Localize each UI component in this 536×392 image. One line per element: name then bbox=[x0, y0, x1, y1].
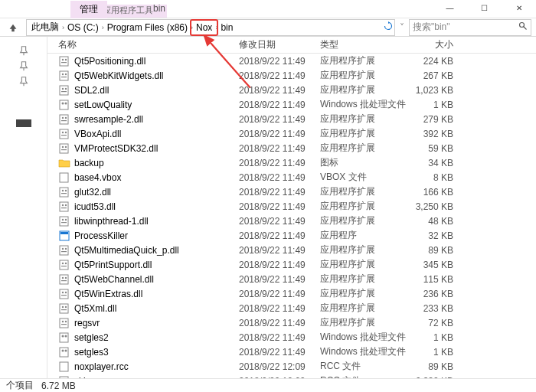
file-row[interactable]: Qt5MultimediaQuick_p.dll2018/9/22 11:49应… bbox=[47, 243, 536, 257]
pin-icon[interactable] bbox=[0, 58, 47, 74]
svg-point-54 bbox=[65, 276, 67, 278]
file-size: 1,023 KB bbox=[406, 85, 467, 96]
breadcrumb-segment[interactable]: Nox bbox=[194, 22, 214, 33]
file-size: 267 KB bbox=[406, 70, 467, 81]
file-row[interactable]: Qt5WinExtras.dll2018/9/22 11:49应用程序扩展236… bbox=[47, 286, 536, 301]
refresh-icon[interactable] bbox=[384, 21, 393, 33]
file-list[interactable]: 名称 修改日期 类型 大小 Qt5Positioning.dll2018/9/2… bbox=[47, 37, 536, 378]
file-size: 34 KB bbox=[406, 158, 467, 168]
file-row[interactable]: setLowQuality2018/9/22 11:49Windows 批处理文… bbox=[47, 97, 536, 112]
svg-point-4 bbox=[65, 58, 67, 60]
dll-icon bbox=[58, 201, 70, 213]
file-type: 应用程序扩展 bbox=[320, 258, 406, 271]
dll-icon bbox=[58, 259, 70, 271]
file-row[interactable]: backup2018/9/22 11:49图标34 KB bbox=[47, 155, 536, 170]
pin-icon[interactable] bbox=[0, 43, 47, 58]
file-row[interactable]: glut32.dll2018/9/22 11:49应用程序扩展166 KB bbox=[47, 185, 536, 199]
file-size: 224 KB bbox=[406, 56, 467, 67]
svg-point-45 bbox=[62, 247, 64, 249]
svg-line-1 bbox=[524, 27, 527, 30]
svg-point-27 bbox=[65, 145, 67, 147]
ribbon-tab-manage[interactable]: 管理 bbox=[70, 1, 107, 18]
breadcrumb-segment[interactable]: bin bbox=[219, 22, 234, 33]
svg-point-0 bbox=[520, 23, 525, 28]
chevron-right-icon[interactable]: › bbox=[62, 24, 64, 31]
svg-rect-25 bbox=[60, 144, 68, 153]
svg-point-72 bbox=[62, 349, 64, 351]
svg-rect-71 bbox=[60, 348, 68, 357]
column-headers[interactable]: 名称 修改日期 类型 大小 bbox=[47, 37, 536, 54]
bat-icon bbox=[58, 346, 70, 358]
file-row[interactable]: Qt5WebChannel.dll2018/9/22 11:49应用程序扩展11… bbox=[47, 272, 536, 286]
svg-rect-5 bbox=[61, 62, 67, 63]
file-date: 2018/9/22 11:49 bbox=[239, 129, 320, 139]
file-type: 应用程序扩展 bbox=[320, 273, 406, 286]
file-row[interactable]: Qt5PrintSupport.dll2018/9/22 11:49应用程序扩展… bbox=[47, 257, 536, 272]
svg-rect-59 bbox=[61, 295, 67, 296]
svg-point-11 bbox=[62, 87, 64, 89]
breadcrumb-segment[interactable]: OS (C:) bbox=[66, 22, 100, 33]
file-name: setLowQuality bbox=[74, 100, 132, 110]
svg-point-22 bbox=[62, 131, 64, 132]
svg-point-65 bbox=[62, 320, 64, 322]
svg-point-62 bbox=[65, 305, 67, 307]
file-row[interactable]: setgles32018/9/22 11:49Windows 批处理文件1 KB bbox=[47, 345, 536, 359]
breadcrumb-segment[interactable]: Program Files (x86) bbox=[106, 22, 189, 33]
file-date: 2018/9/22 11:49 bbox=[239, 56, 320, 67]
breadcrumb-segment[interactable]: 此电脑 bbox=[30, 21, 60, 34]
pin-icon[interactable] bbox=[0, 74, 47, 89]
svg-rect-47 bbox=[61, 251, 67, 252]
svg-rect-38 bbox=[60, 217, 68, 226]
file-type: Windows 批处理文件 bbox=[320, 331, 406, 344]
col-name[interactable]: 名称 bbox=[47, 38, 239, 51]
chevron-right-icon[interactable]: › bbox=[191, 24, 193, 31]
file-row[interactable]: SDL2.dll2018/9/22 11:49应用程序扩展1,023 KB bbox=[47, 83, 536, 97]
minimize-button[interactable]: — bbox=[433, 0, 467, 15]
dropdown-chevron-icon[interactable]: ˅ bbox=[400, 22, 404, 33]
file-size: 1 KB bbox=[406, 332, 467, 343]
nav-up-button[interactable] bbox=[5, 19, 21, 36]
file-row[interactable]: Qt5Xml.dll2018/9/22 11:49应用程序扩展233 KB bbox=[47, 301, 536, 315]
file-type: Windows 批处理文件 bbox=[320, 345, 406, 358]
file-type: 应用程序扩展 bbox=[320, 302, 406, 315]
dll-icon bbox=[58, 215, 70, 227]
breadcrumb[interactable]: 此电脑›OS (C:)›Program Files (x86)›Nox›bin bbox=[26, 19, 395, 36]
file-row[interactable]: ProcessKiller2018/9/22 11:49应用程序32 KB bbox=[47, 228, 536, 243]
svg-rect-33 bbox=[61, 193, 67, 194]
rcc-icon bbox=[58, 361, 70, 373]
file-date: 2018/9/22 11:49 bbox=[239, 201, 320, 212]
file-type: Windows 批处理文件 bbox=[320, 98, 406, 111]
file-name: SDL2.dll bbox=[74, 85, 109, 96]
file-row[interactable]: VMProtectSDK32.dll2018/9/22 11:49应用程序扩展5… bbox=[47, 141, 536, 155]
file-row[interactable]: Qt5WebKitWidgets.dll2018/9/22 11:49应用程序扩… bbox=[47, 68, 536, 83]
file-row[interactable]: Qt5Positioning.dll2018/9/22 11:49应用程序扩展2… bbox=[47, 54, 536, 68]
file-size: 72 KB bbox=[406, 318, 467, 328]
file-row[interactable]: VBoxApi.dll2018/9/22 11:49应用程序扩展392 KB bbox=[47, 126, 536, 141]
status-selected-size: 6.72 MB bbox=[41, 381, 76, 391]
col-type[interactable]: 类型 bbox=[320, 38, 406, 51]
file-row[interactable]: setgles22018/9/22 11:49Windows 批处理文件1 KB bbox=[47, 330, 536, 345]
file-name: Qt5MultimediaQuick_p.dll bbox=[74, 245, 179, 256]
file-name: setgles3 bbox=[74, 347, 109, 358]
col-size[interactable]: 大小 bbox=[406, 38, 467, 51]
file-row[interactable]: base4.vbox2018/9/22 11:49VBOX 文件8 KB bbox=[47, 170, 536, 185]
window-controls: — ☐ ✕ bbox=[433, 0, 536, 15]
file-name: Qt5WebChannel.dll bbox=[74, 274, 154, 285]
bat-icon bbox=[58, 332, 70, 344]
file-row[interactable]: libwinpthread-1.dll2018/9/22 11:49应用程序扩展… bbox=[47, 214, 536, 228]
maximize-button[interactable]: ☐ bbox=[467, 0, 502, 15]
file-name: Qt5PrintSupport.dll bbox=[74, 260, 152, 270]
close-button[interactable]: ✕ bbox=[502, 0, 536, 15]
file-row[interactable]: icudt53.dll2018/9/22 11:49应用程序扩展3,250 KB bbox=[47, 199, 536, 214]
file-row[interactable]: regsvr2018/9/22 11:49应用程序扩展72 KB bbox=[47, 315, 536, 330]
svg-point-73 bbox=[65, 349, 67, 351]
search-input[interactable]: 搜索"bin" bbox=[409, 19, 531, 36]
file-size: 115 KB bbox=[406, 274, 467, 285]
chevron-right-icon[interactable]: › bbox=[102, 24, 104, 31]
file-row[interactable]: noxplayer.rcc2018/9/22 12:09RCC 文件89 KB bbox=[47, 359, 536, 374]
chevron-right-icon[interactable]: › bbox=[215, 24, 217, 31]
col-date[interactable]: 修改日期 bbox=[239, 38, 320, 51]
file-row[interactable]: swresample-2.dll2018/9/22 11:49应用程序扩展279… bbox=[47, 112, 536, 126]
folder-icon bbox=[58, 157, 70, 169]
file-type: 应用程序扩展 bbox=[320, 127, 406, 140]
